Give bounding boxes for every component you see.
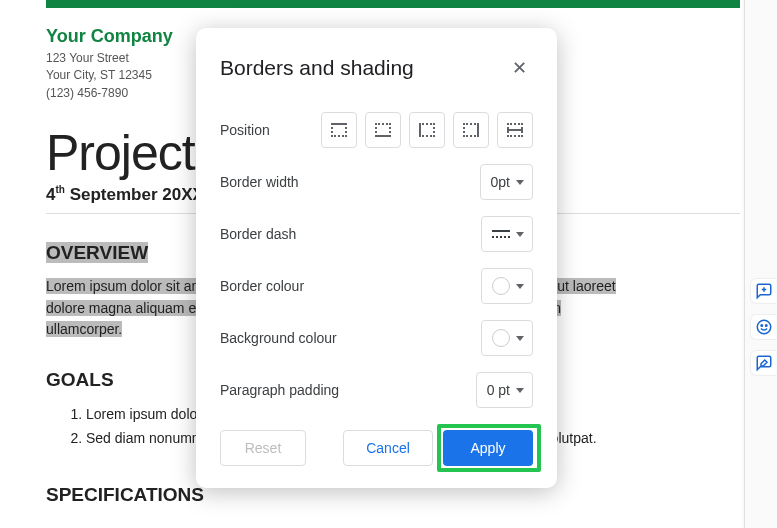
dialog-title: Borders and shading [220, 56, 414, 80]
paragraph-padding-value: 0 pt [487, 382, 510, 398]
chevron-down-icon [516, 336, 524, 341]
border-colour-label: Border colour [220, 278, 304, 294]
chevron-down-icon [516, 232, 524, 237]
border-width-value: 0pt [491, 174, 510, 190]
cancel-button[interactable]: Cancel [343, 430, 433, 466]
border-bottom-button[interactable] [365, 112, 401, 148]
paragraph-padding-dropdown[interactable]: 0 pt [476, 372, 533, 408]
borders-shading-dialog: Borders and shading ✕ Position Border wi… [196, 28, 557, 488]
reset-button[interactable]: Reset [220, 430, 306, 466]
colour-swatch-icon [492, 329, 510, 347]
apply-button[interactable]: Apply [443, 430, 533, 466]
border-left-button[interactable] [409, 112, 445, 148]
border-dash-dropdown[interactable] [481, 216, 533, 252]
chevron-down-icon [516, 180, 524, 185]
position-label: Position [220, 122, 270, 138]
background-colour-dropdown[interactable] [481, 320, 533, 356]
dash-icon [492, 228, 510, 240]
position-buttons [321, 112, 533, 148]
border-between-button[interactable] [497, 112, 533, 148]
border-width-label: Border width [220, 174, 299, 190]
paragraph-padding-label: Paragraph padding [220, 382, 339, 398]
close-icon[interactable]: ✕ [505, 54, 533, 82]
chevron-down-icon [516, 388, 524, 393]
border-right-button[interactable] [453, 112, 489, 148]
colour-swatch-icon [492, 277, 510, 295]
border-width-dropdown[interactable]: 0pt [480, 164, 533, 200]
background-colour-label: Background colour [220, 330, 337, 346]
border-top-button[interactable] [321, 112, 357, 148]
border-dash-label: Border dash [220, 226, 296, 242]
chevron-down-icon [516, 284, 524, 289]
border-colour-dropdown[interactable] [481, 268, 533, 304]
